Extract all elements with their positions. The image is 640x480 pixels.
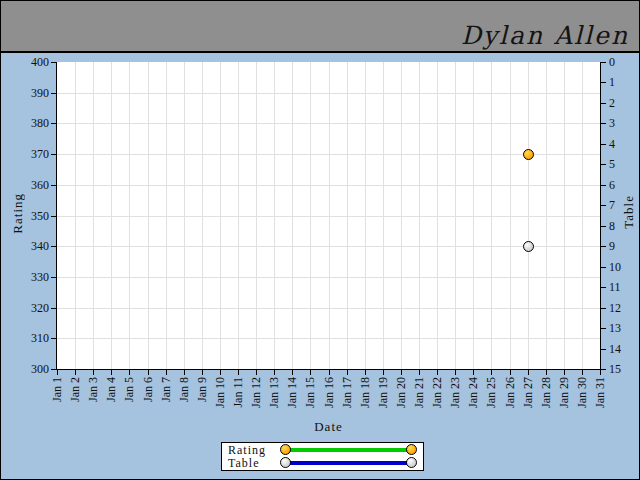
right-tick-label: 1 xyxy=(609,75,640,89)
x-tick xyxy=(383,370,384,375)
x-tick-label: Jan 2 xyxy=(68,377,82,402)
x-tick-label: Jan 24 xyxy=(466,377,480,408)
x-tick-label: Jan 15 xyxy=(303,377,317,408)
x-tick xyxy=(75,370,76,375)
right-tick xyxy=(601,349,606,350)
right-tick-label: 8 xyxy=(609,219,640,233)
x-tick xyxy=(401,370,402,375)
x-tick xyxy=(455,370,456,375)
x-tick-label: Jan 27 xyxy=(521,377,535,408)
right-tick xyxy=(601,103,606,104)
x-tick-label: Jan 23 xyxy=(448,377,462,408)
right-tick-label: 4 xyxy=(609,137,640,151)
right-tick xyxy=(601,164,606,165)
right-tick xyxy=(601,185,606,186)
left-tick-label: 370 xyxy=(7,147,49,161)
x-tick-label: Jan 21 xyxy=(412,377,426,408)
x-tick xyxy=(274,370,275,375)
gridline xyxy=(57,246,600,247)
left-tick-label: 300 xyxy=(7,362,49,376)
right-tick xyxy=(601,82,606,83)
left-tick-label: 390 xyxy=(7,86,49,100)
table-marker-icon xyxy=(280,457,291,468)
left-tick xyxy=(51,338,56,339)
x-tick xyxy=(292,370,293,375)
player-name-title: Dylan Allen xyxy=(461,21,629,50)
right-tick-label: 14 xyxy=(609,342,640,356)
left-tick xyxy=(51,369,56,370)
x-tick xyxy=(166,370,167,375)
legend-sample-rating xyxy=(280,444,417,456)
x-tick-label: Jan 12 xyxy=(249,377,263,408)
table-marker-icon xyxy=(406,457,417,468)
left-tick xyxy=(51,154,56,155)
table-line-sample xyxy=(285,461,412,465)
right-tick-label: 2 xyxy=(609,96,640,110)
right-tick-label: 9 xyxy=(609,239,640,253)
table-data-point xyxy=(523,241,534,252)
right-tick-label: 15 xyxy=(609,362,640,376)
rating-data-point xyxy=(523,149,534,160)
legend-row-rating: Rating xyxy=(228,444,417,456)
chart-header: Dylan Allen xyxy=(1,1,639,53)
x-tick-label: Jan 5 xyxy=(122,377,136,402)
right-tick xyxy=(601,123,606,124)
left-tick xyxy=(51,123,56,124)
gridline xyxy=(57,185,600,186)
right-tick-label: 3 xyxy=(609,116,640,130)
x-tick xyxy=(111,370,112,375)
right-tick-label: 10 xyxy=(609,260,640,274)
legend-label-rating: Rating xyxy=(228,444,280,456)
x-tick xyxy=(600,370,601,375)
x-tick-label: Jan 6 xyxy=(141,377,155,402)
left-tick-label: 380 xyxy=(7,116,49,130)
right-tick-label: 13 xyxy=(609,321,640,335)
right-tick-label: 7 xyxy=(609,198,640,212)
x-tick xyxy=(93,370,94,375)
right-tick-label: 0 xyxy=(609,55,640,69)
x-tick-label: Jan 9 xyxy=(195,377,209,402)
x-tick-label: Jan 7 xyxy=(159,377,173,402)
rating-marker-icon xyxy=(406,444,417,455)
gridline xyxy=(57,277,600,278)
gridline xyxy=(57,308,600,309)
right-tick xyxy=(601,328,606,329)
right-tick-label: 11 xyxy=(609,280,640,294)
left-tick-label: 310 xyxy=(7,331,49,345)
left-tick-label: 350 xyxy=(7,209,49,223)
x-tick xyxy=(582,370,583,375)
x-tick-label: Jan 28 xyxy=(539,377,553,408)
x-tick xyxy=(564,370,565,375)
rating-chart-window: Dylan Allen Rating Table Date Rating Tab… xyxy=(0,0,640,480)
x-tick-label: Jan 30 xyxy=(575,377,589,408)
legend-row-table: Table xyxy=(228,457,417,469)
x-tick-label: Jan 1 xyxy=(50,377,64,402)
x-tick xyxy=(473,370,474,375)
x-tick-label: Jan 26 xyxy=(503,377,517,408)
x-tick xyxy=(202,370,203,375)
right-tick xyxy=(601,62,606,63)
x-tick xyxy=(238,370,239,375)
x-tick xyxy=(491,370,492,375)
legend: Rating Table xyxy=(221,442,424,471)
x-tick xyxy=(437,370,438,375)
x-tick-label: Jan 31 xyxy=(593,377,607,408)
x-tick xyxy=(510,370,511,375)
x-tick xyxy=(310,370,311,375)
left-tick xyxy=(51,93,56,94)
x-tick xyxy=(220,370,221,375)
x-tick xyxy=(528,370,529,375)
x-tick-label: Jan 16 xyxy=(322,377,336,408)
left-tick-label: 320 xyxy=(7,301,49,315)
rating-marker-icon xyxy=(280,444,291,455)
x-tick xyxy=(365,370,366,375)
right-tick xyxy=(601,246,606,247)
right-tick xyxy=(601,369,606,370)
right-tick-label: 12 xyxy=(609,301,640,315)
gridline xyxy=(57,216,600,217)
legend-sample-table xyxy=(280,457,417,469)
x-tick xyxy=(256,370,257,375)
left-tick-label: 330 xyxy=(7,270,49,284)
x-tick-label: Jan 14 xyxy=(285,377,299,408)
x-axis-title: Date xyxy=(56,419,601,435)
